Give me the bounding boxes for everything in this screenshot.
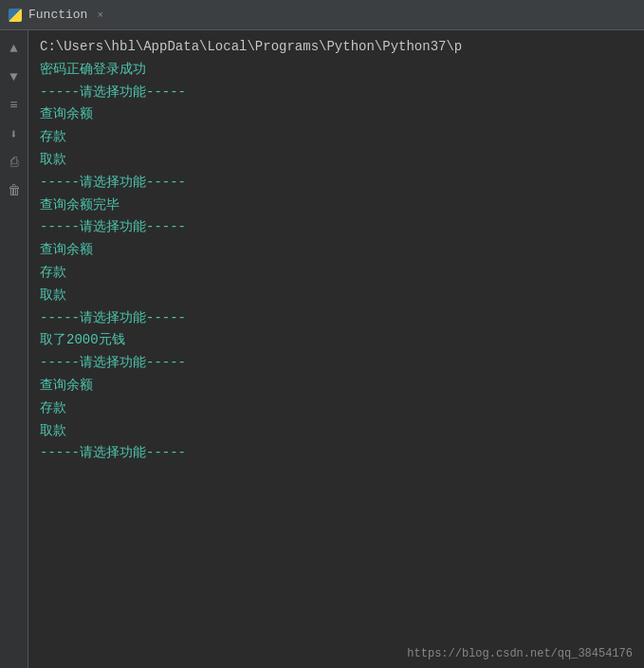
title-bar: Function × (0, 0, 644, 30)
python-icon (8, 8, 23, 23)
up-arrow-button[interactable]: ▲ (4, 38, 25, 59)
output-line: -----请选择功能----- (40, 82, 633, 104)
output-line: -----请选择功能----- (40, 216, 633, 239)
output-line: -----请选择功能----- (40, 172, 633, 195)
main-container: ▲ ▼ ≡ ⬇ ⎙ 🗑 C:\Users\hbl\AppData\Local\P… (0, 30, 644, 668)
output-line: 取款 (40, 420, 633, 443)
split-icon[interactable]: ≡ (4, 95, 25, 116)
output-line: -----请选择功能----- (40, 442, 633, 465)
download-icon[interactable]: ⬇ (4, 123, 25, 144)
delete-icon[interactable]: 🗑 (4, 180, 25, 201)
down-arrow-button[interactable]: ▼ (4, 66, 25, 87)
output-line: 取了2000元钱 (40, 329, 633, 352)
output-line: 存款 (40, 126, 633, 149)
output-line: 查询余额 (40, 239, 633, 262)
sidebar: ▲ ▼ ≡ ⬇ ⎙ 🗑 (0, 30, 28, 668)
output-line: 存款 (40, 262, 633, 285)
output-line: 存款 (40, 398, 633, 420)
output-line: 取款 (40, 285, 633, 307)
output-line: -----请选择功能----- (40, 307, 633, 330)
print-icon[interactable]: ⎙ (4, 152, 25, 173)
watermark: https://blog.csdn.net/qq_38454176 (407, 647, 633, 660)
tab-title: Function (28, 8, 87, 22)
output-line: 查询余额完毕 (40, 195, 633, 217)
close-tab-button[interactable]: × (97, 9, 103, 21)
output-line: -----请选择功能----- (40, 352, 633, 375)
output-line: 查询余额 (40, 375, 633, 398)
output-line: 取款 (40, 149, 633, 172)
output-line: 查询余额 (40, 103, 633, 126)
output-line: 密码正确登录成功 (40, 59, 633, 82)
content-area: C:\Users\hbl\AppData\Local\Programs\Pyth… (28, 30, 644, 668)
output-line: C:\Users\hbl\AppData\Local\Programs\Pyth… (40, 36, 633, 59)
